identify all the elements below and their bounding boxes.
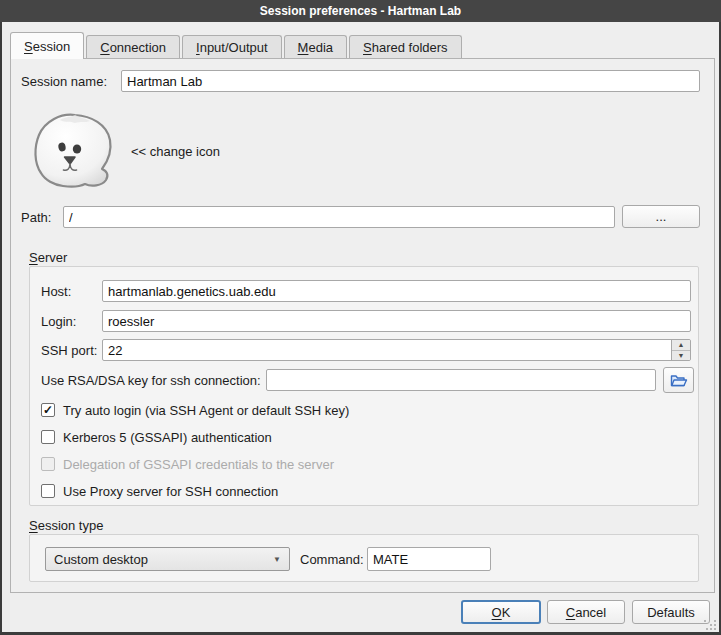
spin-down-icon[interactable]: ▼ [672,351,690,361]
rsa-key-browse-button[interactable] [663,367,694,393]
session-type-dropdown[interactable]: Custom desktop ▼ [45,547,290,571]
checkbox-auto-login[interactable]: ✓ Try auto login (via SSH Agent or defau… [41,402,349,418]
host-input[interactable] [102,280,691,302]
change-icon-label: << change icon [131,144,220,159]
login-input[interactable] [102,310,691,332]
login-label: Login: [41,314,76,329]
rsa-key-label: Use RSA/DSA key for ssh connection: [41,373,261,388]
rsa-key-input[interactable] [266,369,656,391]
defaults-button[interactable]: Defaults [632,600,710,624]
path-input[interactable] [63,206,615,228]
checkbox-kerberos[interactable]: ✓ Kerberos 5 (GSSAPI) authentication [41,429,272,445]
tab-page-session: Session name: << [10,58,715,593]
server-group-label: Server [29,250,67,265]
server-groupbox: Host: Login: SSH port: ▲ ▼ Use RSA/DSA k… [29,266,699,506]
checkbox-proxy-server[interactable]: ✓ Use Proxy server for SSH connection [41,483,278,499]
command-label: Command: [300,552,364,567]
checkbox-box: ✓ [41,403,55,417]
tab-session[interactable]: Session [10,32,84,59]
resize-grip[interactable] [704,618,716,630]
tab-input-output[interactable]: Input/Output [182,35,282,58]
spin-up-icon[interactable]: ▲ [672,340,690,351]
cancel-button[interactable]: Cancel [547,600,625,624]
ssh-port-input[interactable] [102,339,691,361]
checkbox-box: ✓ [41,430,55,444]
tab-shared-folders[interactable]: Shared folders [349,35,462,58]
folder-open-icon [670,373,688,388]
checkbox-box: ✓ [41,457,55,471]
chevron-down-icon: ▼ [273,555,281,564]
host-label: Host: [41,284,71,299]
session-icon-button[interactable] [30,111,120,191]
tab-media[interactable]: Media [284,35,347,58]
session-type-groupbox: Custom desktop ▼ Command: [29,534,699,582]
command-input[interactable] [367,547,491,571]
path-label: Path: [21,210,51,225]
session-name-input[interactable] [121,70,700,92]
seal-session-icon [30,111,120,191]
titlebar[interactable]: Session preferences - Hartman Lab [0,0,721,22]
ok-button[interactable]: OK [461,600,541,624]
window-title: Session preferences - Hartman Lab [260,4,461,18]
session-type-group-label: Session type [29,518,103,533]
tab-bar: Session Connection Input/Output Media Sh… [10,33,464,59]
ssh-port-spinner: ▲ ▼ [671,340,690,360]
checkbox-gssapi-delegation: ✓ Delegation of GSSAPI credentials to th… [41,456,334,472]
session-preferences-dialog: Session preferences - Hartman Lab Sessio… [0,0,721,635]
path-browse-button[interactable]: ... [622,205,700,228]
tab-connection[interactable]: Connection [86,35,180,58]
check-icon: ✓ [43,404,53,416]
session-name-label: Session name: [21,74,107,89]
ssh-port-label: SSH port: [41,343,97,358]
checkbox-box: ✓ [41,484,55,498]
